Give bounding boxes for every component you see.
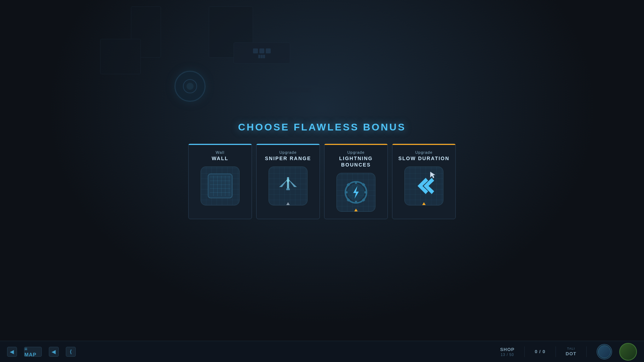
hud-stat-shop-label: 13 / 50: [501, 353, 514, 357]
hud-divider-3: [586, 346, 587, 357]
svg-marker-15: [353, 186, 359, 199]
svg-point-6: [347, 184, 364, 201]
hud-stat-tali-label: TALI: [567, 347, 575, 350]
sniper-icon: [276, 174, 300, 198]
svg-marker-1: [279, 179, 288, 187]
card-sniper-icon-area: [269, 167, 307, 205]
hud-stat-shop-value: SHOP: [500, 347, 514, 352]
svg-rect-7: [355, 181, 357, 184]
modal-overlay: CHOOSE FLAWLESS BONUS Wall WALL Upgrade …: [0, 0, 644, 362]
hud-stat-secondary: 0 / 0: [535, 349, 545, 354]
card-wall-icon-area: [201, 167, 240, 205]
cursor-icon: [430, 171, 437, 179]
card-slow-icon-area: [404, 167, 443, 205]
card-lightning-icon-area: [337, 173, 375, 212]
svg-rect-14: [362, 198, 366, 202]
hud-button-1[interactable]: ◀: [7, 347, 17, 357]
hud-button-2[interactable]: ≡ MAP: [24, 347, 42, 357]
card-slow-duration[interactable]: Upgrade SLOW DURATION: [392, 144, 456, 219]
svg-point-5: [345, 182, 367, 203]
svg-rect-4: [286, 188, 290, 190]
hud-bar: ◀ ≡ MAP ◀ ⟨ SHOP 13 / 50 0 / 0 TALI DOT: [0, 341, 644, 362]
hud-stat-tali: TALI DOT: [566, 347, 576, 356]
svg-marker-18: [430, 172, 435, 178]
cards-container: Wall WALL Upgrade SNIPER RANGE: [188, 144, 456, 219]
svg-marker-16: [418, 178, 428, 194]
hud-btn-icon-2: ≡ MAP: [24, 347, 42, 357]
hud-stat-secondary-value: 0 / 0: [535, 349, 545, 354]
hud-avatar-1: [597, 344, 612, 360]
svg-rect-8: [355, 201, 357, 204]
card-sniper-type: Upgrade: [279, 150, 297, 154]
wall-icon: [208, 174, 232, 198]
svg-rect-13: [347, 198, 350, 202]
card-slow-name: SLOW DURATION: [398, 155, 450, 162]
hud-stat-tali-value: DOT: [566, 351, 576, 356]
hud-divider-2: [556, 346, 556, 357]
svg-rect-10: [364, 191, 367, 193]
card-sniper-name: SNIPER RANGE: [265, 155, 311, 162]
card-wall[interactable]: Wall WALL: [188, 144, 252, 219]
card-wall-name: WALL: [212, 155, 229, 162]
card-lightning-name: LIGHTNING BOUNCES: [329, 155, 383, 168]
card-slow-type: Upgrade: [415, 150, 432, 154]
svg-rect-11: [347, 183, 350, 187]
lightning-icon: [343, 180, 369, 205]
svg-point-3: [287, 179, 289, 182]
card-sniper-range[interactable]: Upgrade SNIPER RANGE: [256, 144, 320, 219]
svg-rect-12: [362, 183, 366, 187]
card-lightning-bounces[interactable]: Upgrade LIGHTNING BOUNCES: [324, 144, 388, 219]
svg-rect-0: [287, 177, 289, 189]
hud-button-4[interactable]: ⟨: [66, 347, 76, 357]
card-wall-type: Wall: [216, 150, 225, 154]
page-title: CHOOSE FLAWLESS BONUS: [238, 122, 406, 133]
hud-stat-shop: SHOP 13 / 50: [500, 347, 514, 357]
hud-divider-1: [524, 346, 525, 357]
hud-btn-icon-3: ◀: [49, 347, 59, 357]
hud-btn-icon-1: ◀: [7, 347, 17, 357]
hud-avatar-2: [619, 343, 637, 361]
svg-marker-2: [288, 179, 297, 187]
hud-button-3[interactable]: ◀: [49, 347, 59, 357]
card-lightning-type: Upgrade: [347, 150, 364, 154]
svg-rect-9: [345, 191, 347, 193]
hud-btn-icon-4: ⟨: [66, 347, 76, 357]
